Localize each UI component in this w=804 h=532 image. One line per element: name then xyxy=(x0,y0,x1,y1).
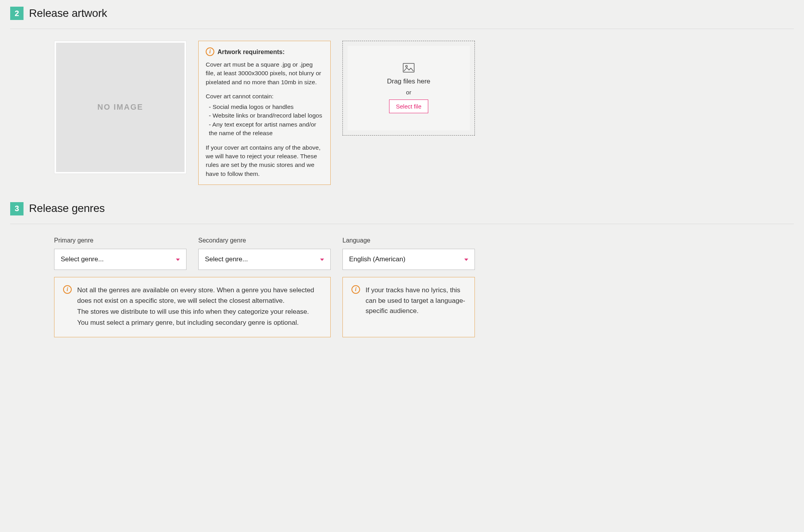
section-header: 2 Release artwork xyxy=(10,5,794,29)
artwork-rule-3: Any text except for artist names and/or … xyxy=(206,120,323,138)
section-title: Release genres xyxy=(29,201,105,217)
svg-point-1 xyxy=(406,65,407,67)
artwork-requirements-card: i Artwork requirements: Cover art must b… xyxy=(198,41,331,185)
info-icon: i xyxy=(206,47,214,56)
language-label: Language xyxy=(342,236,475,245)
drag-label: Drag files here xyxy=(387,77,431,87)
language-value: English (American) xyxy=(349,255,406,264)
language-note-card: i If your tracks have no lyrics, this ca… xyxy=(342,277,475,337)
genre-row: Primary genre Select genre... Secondary … xyxy=(10,236,794,270)
section-title: Release artwork xyxy=(29,5,107,22)
primary-genre-label: Primary genre xyxy=(54,236,187,245)
artwork-row: NO IMAGE i Artwork requirements: Cover a… xyxy=(10,41,794,185)
genre-note-line3: You must select a primary genre, but inc… xyxy=(77,318,322,328)
artwork-requirements-heading: Artwork requirements: xyxy=(217,47,285,56)
genre-note-line2: The stores we distribute to will use thi… xyxy=(77,307,322,317)
language-field: Language English (American) xyxy=(342,236,475,270)
caret-down-icon xyxy=(176,259,180,261)
artwork-rule-1: Social media logos or handles xyxy=(206,103,323,111)
info-icon: i xyxy=(63,285,72,294)
genre-note-body: Not all the genres are available on ever… xyxy=(77,285,322,329)
dropzone-inner: Drag files here or Select file xyxy=(348,46,470,130)
artwork-req-p3: If your cover art contains any of the ab… xyxy=(206,143,323,179)
section-release-genres: 3 Release genres Primary genre Select ge… xyxy=(10,201,794,337)
info-icon: i xyxy=(351,285,360,294)
secondary-genre-label: Secondary genre xyxy=(198,236,331,245)
primary-genre-value: Select genre... xyxy=(61,255,104,264)
image-icon xyxy=(403,63,415,73)
caret-down-icon xyxy=(464,259,468,261)
artwork-rule-2: Website links or brand/record label logo… xyxy=(206,111,323,120)
svg-rect-0 xyxy=(403,63,414,72)
secondary-genre-value: Select genre... xyxy=(205,255,248,264)
language-note-body: If your tracks have no lyrics, this can … xyxy=(366,285,466,316)
primary-genre-select[interactable]: Select genre... xyxy=(54,249,187,270)
secondary-genre-select[interactable]: Select genre... xyxy=(198,249,331,270)
language-select[interactable]: English (American) xyxy=(342,249,475,270)
primary-genre-field: Primary genre Select genre... xyxy=(54,236,187,270)
secondary-genre-field: Secondary genre Select genre... xyxy=(198,236,331,270)
select-file-button[interactable]: Select file xyxy=(389,100,428,113)
artwork-cannot-intro: Cover art cannot contain: xyxy=(206,92,323,101)
no-image-placeholder: NO IMAGE xyxy=(56,43,185,172)
section-release-artwork: 2 Release artwork NO IMAGE i Artwork req… xyxy=(10,5,794,185)
genre-note-line1: Not all the genres are available on ever… xyxy=(77,285,322,306)
or-label: or xyxy=(406,88,411,97)
caret-down-icon xyxy=(320,259,324,261)
notes-row: i Not all the genres are available on ev… xyxy=(10,277,794,337)
artwork-req-p1: Cover art must be a square .jpg or .jpeg… xyxy=(206,60,323,87)
artwork-cannot-list: Social media logos or handles Website li… xyxy=(206,103,323,138)
genre-note-card: i Not all the genres are available on ev… xyxy=(54,277,331,337)
step-badge-2: 2 xyxy=(10,7,24,20)
artwork-dropzone[interactable]: Drag files here or Select file xyxy=(342,41,475,136)
section-header: 3 Release genres xyxy=(10,201,794,224)
step-badge-3: 3 xyxy=(10,202,24,215)
artwork-preview: NO IMAGE xyxy=(54,41,187,174)
